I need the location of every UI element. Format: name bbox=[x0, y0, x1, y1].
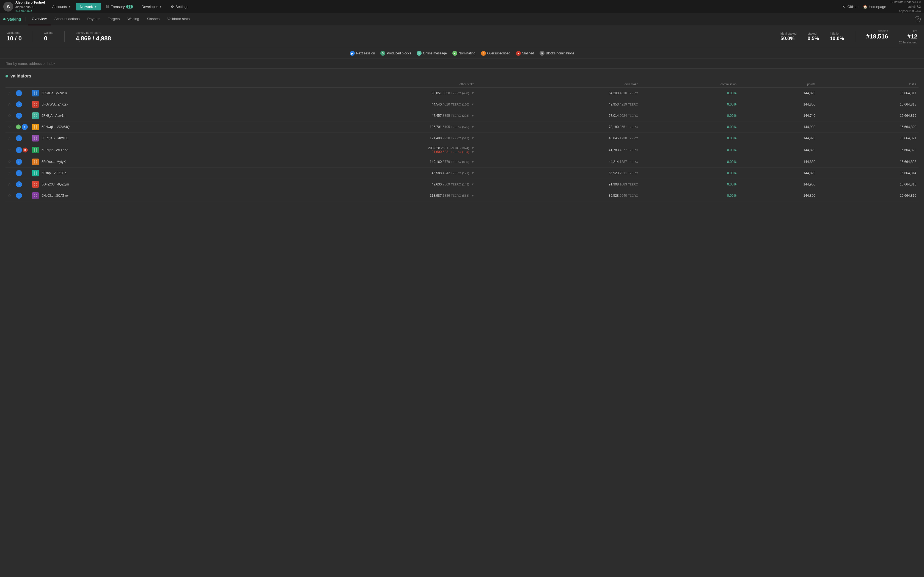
accounts-nav-button[interactable]: Accounts ▼ bbox=[48, 3, 75, 10]
app-logo[interactable]: A bbox=[3, 2, 13, 11]
name-cell: 5FH8jA...Atzv1n bbox=[30, 110, 232, 121]
last-cell: 16,664,819 bbox=[817, 110, 919, 121]
svg-rect-38 bbox=[34, 196, 35, 197]
svg-rect-11 bbox=[36, 116, 37, 117]
validator-name[interactable]: 5FeYur...eMytyX bbox=[42, 160, 66, 164]
stats-bar: validators 10 / 0 waiting 0 active / nom… bbox=[0, 25, 924, 48]
svg-rect-22 bbox=[34, 150, 35, 152]
favorite-star[interactable]: ☆ bbox=[8, 91, 11, 95]
favorite-star[interactable]: ☆ bbox=[8, 113, 11, 118]
table-row: ☆ › ✖ 5FRzp2...WLTK5s bbox=[5, 144, 919, 156]
produced-blocks-icon: 5 bbox=[380, 51, 385, 56]
points-cell: 144,900 bbox=[739, 179, 817, 190]
expand-arrow[interactable]: ▼ bbox=[471, 160, 474, 164]
svg-rect-34 bbox=[34, 185, 35, 186]
expand-arrow[interactable]: ▼ bbox=[471, 125, 474, 129]
ideal-staked-label: ideal staked bbox=[780, 32, 797, 35]
validator-name[interactable]: 5Fsnpj...AE62Pb bbox=[42, 171, 66, 175]
favorite-star[interactable]: ☆ bbox=[8, 182, 11, 187]
expand-arrow[interactable]: ▼ bbox=[471, 103, 474, 106]
last-cell: 16,664,814 bbox=[817, 168, 919, 179]
validator-name[interactable]: 5HbCkq...8CATvw bbox=[42, 194, 68, 198]
expand-button[interactable]: › bbox=[16, 102, 22, 108]
table-row: ☆ › 5FGvWB...Z4Xtex bbox=[5, 99, 919, 110]
tab-waiting[interactable]: Waiting bbox=[123, 13, 143, 25]
other-stake-cell: 44,540.4020 TZERO (180) ▼ bbox=[232, 99, 477, 110]
expand-button[interactable]: › bbox=[16, 90, 22, 96]
expand-cell: N › bbox=[14, 121, 30, 133]
tab-overview[interactable]: Overview bbox=[28, 13, 51, 25]
treasury-nav-button[interactable]: 🏛 Treasury 74 bbox=[102, 3, 137, 10]
expand-button[interactable]: › bbox=[16, 193, 22, 199]
legend-nominating[interactable]: ● Nominating bbox=[452, 51, 475, 56]
era-label: era bbox=[913, 29, 918, 32]
validators-value: 10 / 0 bbox=[6, 35, 22, 42]
expand-arrow[interactable]: ▼ bbox=[471, 91, 474, 95]
favorite-star[interactable]: ☆ bbox=[8, 171, 11, 175]
validator-name[interactable]: 5FH8jA...Atzv1n bbox=[42, 114, 65, 118]
legend-blocks-nominations[interactable]: ✖ Blocks nominations bbox=[540, 51, 574, 56]
expand-arrow[interactable]: ▼ bbox=[471, 194, 474, 198]
help-icon[interactable]: ? bbox=[915, 16, 921, 22]
validator-name[interactable]: 5F9aDa...y7cwuk bbox=[42, 91, 67, 95]
legend-online-message[interactable]: ✉ Online message bbox=[417, 51, 447, 56]
last-cell: 16,664,821 bbox=[817, 133, 919, 144]
legend-oversubscribed[interactable]: ! Oversubscribed bbox=[481, 51, 510, 56]
col-last: last # bbox=[817, 81, 919, 88]
name-cell: 5Fsnpj...AE62Pb bbox=[30, 168, 232, 179]
validator-icon bbox=[32, 192, 39, 199]
other-stake-cell: 121,408.9920 TZERO (517) ▼ bbox=[232, 133, 477, 144]
expand-button[interactable]: › bbox=[16, 159, 22, 165]
favorite-star[interactable]: ☆ bbox=[8, 102, 11, 106]
tab-payouts[interactable]: Payouts bbox=[84, 13, 104, 25]
top-nav: A Aleph Zero Testnet aleph-node/11 #16,6… bbox=[0, 0, 924, 13]
staking-label: Staking bbox=[3, 17, 26, 21]
legend-slashed[interactable]: ✖ Slashed bbox=[516, 51, 534, 56]
expand-arrow[interactable]: ▼ bbox=[471, 146, 474, 150]
expand-button[interactable]: › bbox=[16, 135, 22, 141]
col-star bbox=[5, 81, 14, 88]
expand-arrow[interactable]: ▼ bbox=[471, 182, 474, 186]
col-name bbox=[30, 81, 232, 88]
commission-cell: 0.00% bbox=[640, 156, 739, 168]
online-message-label: Online message bbox=[423, 52, 447, 55]
github-link[interactable]: ⌥ GitHub bbox=[842, 5, 858, 9]
expand-button[interactable]: › bbox=[22, 124, 28, 130]
svg-rect-32 bbox=[34, 183, 35, 184]
expand-button[interactable]: › bbox=[16, 181, 22, 187]
favorite-star[interactable]: ☆ bbox=[8, 193, 11, 198]
filter-input[interactable] bbox=[5, 61, 919, 66]
favorite-star[interactable]: ☆ bbox=[8, 125, 11, 129]
validator-name[interactable]: 5G4ZCU...4QZtym bbox=[42, 182, 69, 186]
tab-account-actions[interactable]: Account actions bbox=[51, 13, 84, 25]
expand-arrow[interactable]: ▼ bbox=[471, 114, 474, 118]
validator-name[interactable]: 5FGvWB...Z4Xtex bbox=[42, 103, 68, 106]
expand-arrow[interactable]: ▼ bbox=[471, 136, 474, 140]
validator-name[interactable]: 5FRzp2...WLTK5s bbox=[42, 148, 68, 152]
tab-targets[interactable]: Targets bbox=[104, 13, 124, 25]
star-cell: ☆ bbox=[5, 156, 14, 168]
tab-validator-stats[interactable]: Validator stats bbox=[163, 13, 193, 25]
homepage-link[interactable]: 🏠 Homepage bbox=[863, 5, 886, 9]
waiting-value: 0 bbox=[44, 35, 53, 42]
legend-produced-blocks[interactable]: 5 Produced blocks bbox=[380, 51, 411, 56]
accounts-chevron-icon: ▼ bbox=[68, 5, 71, 8]
legend-next-session[interactable]: ▶ Next session bbox=[350, 51, 375, 56]
validator-name[interactable]: 5FNwqL...VCV64Q bbox=[42, 125, 69, 129]
favorite-star[interactable]: ☆ bbox=[8, 160, 11, 164]
expand-button[interactable]: › bbox=[16, 113, 22, 119]
validator-icon bbox=[32, 170, 39, 176]
expand-arrow-2[interactable]: ▼ bbox=[471, 150, 474, 154]
developer-nav-button[interactable]: Developer ▼ bbox=[138, 3, 166, 10]
settings-nav-button[interactable]: ⚙ Settings bbox=[167, 3, 192, 10]
network-nav-button[interactable]: Network ▼ bbox=[76, 3, 101, 10]
favorite-star[interactable]: ☆ bbox=[8, 136, 11, 140]
favorite-star[interactable]: ☆ bbox=[8, 148, 11, 152]
svg-rect-0 bbox=[34, 92, 35, 93]
expand-button[interactable]: › bbox=[16, 170, 22, 176]
expand-arrow[interactable]: ▼ bbox=[471, 171, 474, 175]
commission-cell: 0.00% bbox=[640, 88, 739, 99]
expand-button[interactable]: › bbox=[16, 147, 22, 153]
tab-slashes[interactable]: Slashes bbox=[143, 13, 163, 25]
validator-name[interactable]: 5FRQKS...kKwTiE bbox=[42, 136, 68, 140]
